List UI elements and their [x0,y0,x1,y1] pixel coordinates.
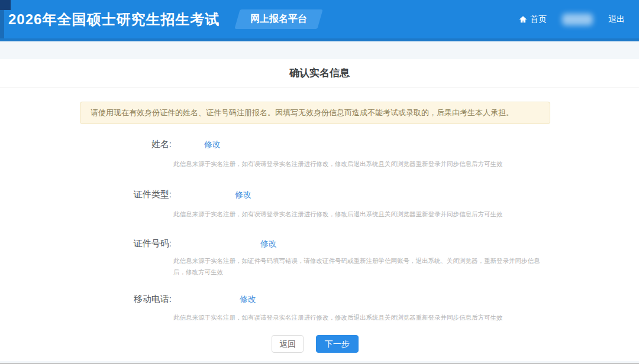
platform-badge: 网上报名平台 [235,9,323,29]
header-corner-artifact [0,0,11,10]
doc-number-label: 证件号码: [80,238,172,249]
home-link-label: 首页 [530,14,547,25]
button-bar: 返回 下一步 [80,335,550,353]
home-link[interactable]: 首页 [519,14,547,25]
name-value [172,138,204,150]
modify-name-link[interactable]: 修改 [204,138,221,150]
platform-badge-label: 网上报名平台 [250,13,307,25]
home-icon [519,15,527,24]
name-help-text: 此信息来源于实名注册，如有误请登录实名注册进行修改，修改后退出系统且关闭浏览器重… [173,158,550,170]
phone-label: 移动电话: [80,293,172,305]
back-button[interactable]: 返回 [272,335,304,353]
header-edge-strip [0,10,4,38]
header-nav: 首页 退出 [519,0,625,38]
field-row-name: 姓名: 修改 [80,138,550,150]
doc-type-value [172,188,235,200]
form-content: 请使用现在有效身份证件的姓名、证件号码注册报名。因填写无效身份信息而造成不能考试… [80,102,550,353]
field-row-phone: 移动电话: 修改 [80,293,550,305]
logout-link[interactable]: 退出 [608,14,625,25]
next-step-button[interactable]: 下一步 [316,335,359,353]
doc-number-help-text: 此信息来源于实名注册，如证件号码填写错误，请修改证件号码或重新注册学信网账号，退… [173,255,547,278]
page-title: 确认实名信息 [0,59,639,87]
phone-help-text: 此信息来源于实名注册，如有误请登录实名注册进行修改，修改后退出系统且关闭浏览器重… [173,312,550,323]
field-row-doc-type: 证件类型: 修改 [80,188,550,200]
doc-type-label: 证件类型: [80,188,172,200]
username-blurred [562,14,593,25]
app-header: 2026年全国硕士研究生招生考试 网上报名平台 首页 退出 [0,0,639,41]
doc-type-help-text: 此信息来源于实名注册，如有误请登录实名注册进行修改，修改后退出系统且关闭浏览器重… [173,209,550,220]
logout-link-label: 退出 [608,14,625,25]
doc-number-value [172,238,260,249]
name-label: 姓名: [80,138,172,150]
modify-doc-type-link[interactable]: 修改 [235,188,251,200]
app-title: 2026年全国硕士研究生招生考试 [0,10,220,29]
modify-phone-link[interactable]: 修改 [240,293,256,305]
modify-doc-number-link[interactable]: 修改 [260,238,277,249]
main-panel: 确认实名信息 请使用现在有效身份证件的姓名、证件号码注册报名。因填写无效身份信息… [0,59,639,361]
page-background-gap [0,41,639,59]
warning-notice: 请使用现在有效身份证件的姓名、证件号码注册报名。因填写无效身份信息而造成不能考试… [80,102,550,124]
phone-value [172,293,240,305]
field-row-doc-number: 证件号码: 修改 [80,238,550,249]
